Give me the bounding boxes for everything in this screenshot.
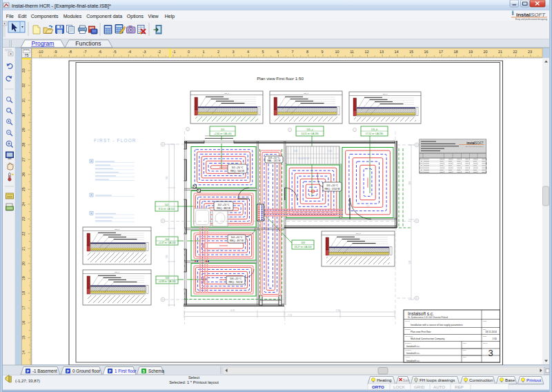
svg-text:Options: Options	[127, 14, 144, 19]
svg-text:18: 18	[21, 291, 26, 295]
svg-text:23: 23	[528, 50, 532, 54]
svg-text:-2: -2	[157, 50, 161, 54]
svg-text:instalSOFT: instalSOFT	[516, 12, 546, 18]
svg-text:-4: -4	[128, 50, 131, 54]
svg-text:14,2 m²: 14,2 m²	[228, 216, 235, 219]
svg-text:6: 6	[277, 50, 279, 54]
svg-text:100_a: 100_a	[304, 92, 308, 95]
svg-text:Instal-therm HCR - [Example-fi: Instal-therm HCR - [Example-final-state.…	[12, 3, 111, 9]
svg-text:Functions: Functions	[75, 40, 101, 47]
svg-text:104: 104	[310, 205, 314, 208]
svg-text:-10: -10	[38, 50, 43, 54]
svg-text:106: 106	[165, 277, 169, 280]
svg-text:103: 103	[268, 172, 271, 175]
svg-text:Project: Project	[405, 320, 410, 322]
svg-text:(-1,27; 33,87): (-1,27; 33,87)	[15, 379, 40, 383]
svg-text:22: 22	[513, 50, 517, 54]
svg-text:14: 14	[21, 351, 26, 355]
svg-text:Schema: Schema	[148, 369, 165, 373]
svg-text:32: 32	[21, 84, 26, 88]
svg-text:16 x 17,3 / 29: 16 x 17,3 / 29	[298, 157, 309, 160]
svg-text:11,8 m²: 11,8 m²	[217, 248, 224, 251]
svg-text:2: 2	[217, 50, 219, 54]
svg-text:31: 31	[21, 98, 26, 102]
svg-text:30: 30	[21, 113, 26, 117]
svg-text:Printout: Printout	[526, 378, 542, 382]
svg-text:100_a: 100_a	[356, 233, 361, 235]
svg-text:Scale: Scale	[483, 335, 487, 337]
svg-text:105_b: 105_b	[371, 128, 378, 131]
svg-text:REQ.: 706 W: REQ.: 706 W	[229, 281, 244, 284]
svg-text:+2,60 m² UA +60: +2,60 m² UA +60	[214, 133, 232, 135]
svg-text:104: 104	[165, 238, 169, 241]
svg-text:17: 17	[439, 50, 443, 54]
svg-text:AUTO: AUTO	[433, 384, 445, 389]
svg-text:7,73: 7,73	[288, 314, 292, 317]
svg-text:Plan builder: Plan builder	[405, 335, 413, 337]
svg-text:101: 101	[221, 128, 225, 131]
svg-text:75: 75	[24, 53, 28, 57]
svg-text:100_a: 100_a	[115, 228, 119, 231]
svg-text:25: 25	[21, 187, 26, 191]
svg-text:Verified: Verified	[405, 356, 411, 357]
svg-text:3: 3	[488, 348, 493, 358]
svg-text:Program: Program	[32, 40, 55, 47]
svg-text:105_a: 105_a	[306, 128, 313, 131]
svg-text:Modules: Modules	[63, 14, 82, 19]
svg-text:2,20: 2,20	[336, 309, 340, 312]
svg-text:Date: Date	[483, 329, 486, 330]
svg-text:108: 108	[301, 242, 305, 244]
svg-text:8,10 m² UA 100: 8,10 m² UA 100	[159, 208, 175, 210]
svg-text:-7: -7	[83, 50, 87, 54]
svg-text:REQ.: 882 W: REQ.: 882 W	[217, 207, 231, 210]
svg-text:13,6 m²: 13,6 m²	[217, 284, 224, 287]
svg-text:Drawing: Drawing	[405, 329, 411, 330]
svg-text:7: 7	[291, 50, 293, 54]
svg-text:REQ.: 497 W: REQ.: 497 W	[230, 239, 244, 242]
svg-text:Sign: Sign	[463, 349, 466, 351]
svg-text:-5: -5	[113, 50, 117, 54]
svg-text:Designed: Designed	[405, 342, 412, 344]
svg-text:25,3 m²: 25,3 m²	[238, 176, 245, 179]
svg-text:1:50: 1:50	[492, 337, 497, 340]
svg-text:13: 13	[379, 50, 384, 54]
svg-text:Plan view First floor 1:50: Plan view First floor 1:50	[257, 76, 304, 81]
svg-text:Base: Base	[505, 378, 515, 382]
svg-text:24: 24	[21, 202, 26, 206]
svg-text:REQ.: 1742 W: REQ.: 1742 W	[325, 188, 341, 190]
svg-text:San: San	[403, 378, 410, 382]
svg-text:Prepared: Prepared	[405, 349, 412, 351]
svg-text:18.11.2014: 18.11.2014	[485, 331, 497, 333]
svg-text:×: ×	[3, 22, 6, 26]
svg-text:9: 9	[321, 50, 323, 54]
svg-text:-9: -9	[54, 50, 57, 54]
svg-text:0: 0	[188, 50, 190, 54]
svg-text:Construction: Construction	[469, 378, 493, 382]
svg-text:Multi-bud Construction Company: Multi-bud Construction Company	[411, 337, 445, 340]
svg-text:2,60: 2,60	[293, 150, 297, 153]
svg-text:23: 23	[21, 217, 26, 221]
svg-text:105: 105	[366, 205, 370, 208]
svg-text:28: 28	[21, 143, 26, 147]
svg-text:REQ.: 500 W: REQ.: 500 W	[230, 170, 245, 173]
svg-text:Component data: Component data	[86, 14, 122, 19]
svg-text:27: 27	[21, 157, 26, 161]
svg-text:105 +20 °C: 105 +20 °C	[326, 184, 339, 187]
svg-text:1 First floor: 1 First floor	[115, 369, 137, 373]
svg-text:100_a: 100_a	[383, 93, 388, 95]
svg-text:11: 11	[350, 50, 354, 54]
svg-text:GRID: GRID	[414, 384, 425, 389]
svg-text:Instalsoft s.c.: Instalsoft s.c.	[406, 352, 420, 355]
svg-text:18,27 m² UA 200: 18,27 m² UA 200	[294, 246, 312, 248]
svg-text:FIRST - FLOOR: FIRST - FLOOR	[94, 138, 137, 143]
svg-text:17: 17	[21, 306, 26, 310]
svg-text:Instalsoft s.c.: Instalsoft s.c.	[408, 311, 434, 316]
svg-text:-3: -3	[143, 50, 146, 54]
svg-text:20: 20	[483, 50, 487, 54]
svg-text:3: 3	[232, 50, 234, 54]
svg-text:Heating: Heating	[377, 378, 392, 382]
svg-text:101 +20 °C: 101 +20 °C	[231, 166, 244, 169]
svg-text:Components: Components	[31, 14, 59, 19]
svg-text:106 +20 °C: 106 +20 °C	[230, 277, 242, 280]
svg-text:File: File	[6, 14, 14, 19]
